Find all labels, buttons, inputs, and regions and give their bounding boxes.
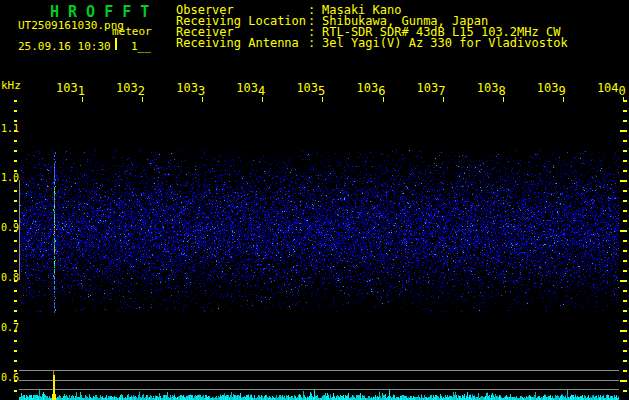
y-axis-tick-mark-right [620,380,627,382]
y-axis-tick-mark-right [623,110,627,112]
y-axis-tick-mark-right [620,280,627,282]
y-axis-tick-mark-left [14,310,17,312]
station-label: meteor [112,26,152,37]
y-axis-tick-mark-right [620,130,627,132]
y-axis-tick-mark-right [623,120,627,122]
y-axis-tick-mark-left [14,290,17,292]
y-axis-tick-mark-right [623,340,627,342]
y-axis-tick-mark-left [14,240,17,242]
y-axis-tick-mark-left [14,220,17,222]
info-label: Receiving Antenna [176,38,299,49]
y-axis-tick-mark-left [14,370,17,372]
y-axis-tick-mark-left [14,340,17,342]
y-axis-tick-mark-right [623,250,627,252]
y-axis-tick-mark-right [623,260,627,262]
x-axis-tick-label: 1036 [357,82,386,94]
date-time: 25.09.16 10:30 [18,41,111,52]
y-axis-tick-mark-right [620,330,627,332]
y-axis-tick-mark-left [14,320,17,322]
y-axis-tick-mark-left [14,230,17,232]
y-axis-tick-mark-right [623,300,627,302]
y-axis-tick-mark-left [14,260,17,262]
y-axis-tick-mark-left [14,110,17,112]
y-axis-tick-mark-right [623,310,627,312]
y-axis-tick-mark-left [14,200,17,202]
x-axis-tick-label: 1037 [417,82,446,94]
y-axis-tick-mark-left [14,350,17,352]
cursor-bar [115,38,117,50]
y-axis-tick-mark-right [623,200,627,202]
y-axis-tick-mark-left [14,140,17,142]
y-axis-tick-mark-right [620,180,627,182]
y-axis-tick-mark-right [620,230,627,232]
y-axis-tick-mark-left [14,390,17,392]
y-axis-tick-mark-right [623,160,627,162]
y-axis-tick-mark-left [14,300,17,302]
count-marker: 1__ [131,41,151,52]
x-axis-tick-label: 1040 [597,82,626,94]
y-axis-tick-mark-right [623,170,627,172]
info-value: 3el Yagi(V) Az 330 for Vladivostok [322,38,568,49]
y-axis-tick-mark-left [14,280,17,282]
y-axis-tick-mark-left [14,210,17,212]
y-axis-tick-mark-left [14,330,17,332]
x-axis-tick-label: 1035 [296,82,325,94]
hrofft-screen: H R O F F T UT2509161030.png meteor 25.0… [0,0,629,400]
y-axis-tick-mark-right [623,210,627,212]
y-axis-tick-mark-left [14,360,17,362]
y-axis-tick-mark-right [623,370,627,372]
y-axis-tick-mark-left [14,170,17,172]
y-axis-tick-mark-right [623,150,627,152]
y-axis-tick-mark-right [623,390,627,392]
y-axis-tick-mark-left [14,100,17,102]
y-axis-tick-mark-right [623,220,627,222]
y-axis-tick-mark-left [14,180,17,182]
x-axis-tick-label: 1032 [116,82,145,94]
y-axis-tick-label: 1.1 [1,124,19,134]
y-axis-tick-mark-left [14,270,17,272]
y-axis-tick-mark-left [14,130,17,132]
y-axis-tick-mark-left [14,190,17,192]
y-axis-tick-mark-right [623,290,627,292]
y-axis-tick-mark-right [623,320,627,322]
x-axis-tick-label: 1034 [236,82,265,94]
y-axis-unit-label: kHz [1,80,21,91]
y-axis-tick-mark-right [623,100,627,102]
x-axis-tick-label: 1038 [477,82,506,94]
y-axis-tick-mark-right [623,190,627,192]
x-axis-tick-label: 1033 [176,82,205,94]
y-axis-tick-mark-right [623,360,627,362]
output-filename: UT2509161030.png [18,20,124,31]
spectrogram-canvas [19,100,620,400]
y-axis-tick-mark-left [14,150,17,152]
y-axis-tick-mark-left [14,160,17,162]
y-axis-tick-mark-right [623,350,627,352]
y-axis-tick-mark-left [14,120,17,122]
x-axis-tick-label: 1039 [537,82,566,94]
y-axis-tick-mark-right [623,240,627,242]
info-separator: : [308,38,315,49]
y-axis-tick-mark-left [14,250,17,252]
y-axis-tick-mark-right [623,140,627,142]
y-axis-tick-mark-left [14,380,17,382]
y-axis-tick-mark-right [623,270,627,272]
x-axis-tick-label: 1031 [56,82,85,94]
